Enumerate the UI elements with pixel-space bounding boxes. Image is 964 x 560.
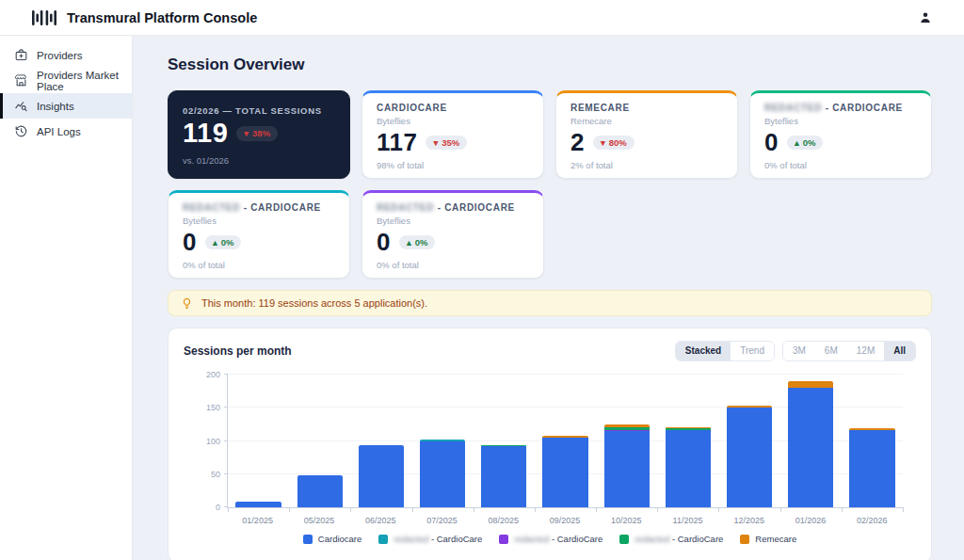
insights-icon — [14, 99, 28, 113]
sidebar-item-providers[interactable]: Providers — [0, 42, 132, 68]
stat-card-6[interactable]: redacted - CARDIOCAREByteflies0▴0%0% of … — [362, 190, 544, 279]
stacked-bar[interactable] — [542, 375, 587, 507]
sessions-chart-card: Sessions per month StackedTrend 3M6M12MA… — [168, 328, 932, 560]
view-mode-trend[interactable]: Trend — [731, 342, 774, 360]
stacked-bar[interactable] — [481, 375, 526, 507]
delta-badge: ▴0% — [399, 235, 436, 250]
card-footer-text: 2% of total — [570, 160, 723, 170]
card-title: redacted - CARDIOCARE — [183, 202, 335, 213]
range-all[interactable]: All — [884, 342, 915, 360]
view-mode-stacked[interactable]: Stacked — [676, 342, 731, 360]
card-value: 2 — [570, 129, 585, 156]
bar-segment — [481, 446, 526, 507]
card-footer-text: vs. 01/2026 — [183, 155, 335, 166]
bar-segment — [727, 408, 772, 507]
redacted-text: redacted — [635, 534, 669, 544]
stat-card-1[interactable]: 02/2026 — TOTAL SESSIONS119▾38%vs. 01/20… — [168, 90, 350, 179]
redacted-text: redacted — [394, 534, 428, 544]
delta-badge: ▾80% — [593, 136, 635, 151]
delta-badge: ▾35% — [426, 136, 467, 151]
chart-header: Sessions per month StackedTrend 3M6M12MA… — [184, 341, 916, 361]
stacked-bar[interactable] — [359, 375, 404, 507]
legend-label: Cardiocare — [318, 534, 362, 544]
lightbulb-icon — [181, 297, 193, 310]
x-axis-label: 09/2025 — [534, 516, 595, 525]
card-title: redacted - CARDIOCARE — [377, 202, 529, 213]
range-toggle: 3M6M12MAll — [782, 341, 916, 361]
card-subtitle: Byteflies — [764, 116, 917, 126]
redacted-text: redacted — [514, 534, 549, 544]
bar-column-06/2025 — [350, 375, 411, 507]
stacked-bar[interactable] — [727, 375, 772, 507]
stat-card-2[interactable]: CARDIOCAREByteflies117▾35%98% of total — [362, 90, 544, 179]
card-value: 0 — [377, 229, 391, 256]
bar-segment — [297, 475, 343, 507]
bar-column-12/2025 — [719, 375, 780, 507]
chart-controls: StackedTrend 3M6M12MAll — [675, 341, 916, 361]
bar-column-07/2025 — [412, 375, 474, 507]
stacked-bar[interactable] — [666, 375, 711, 507]
range-6m[interactable]: 6M — [815, 342, 847, 360]
legend-swatch — [740, 535, 749, 544]
x-axis-label: 02/2026 — [842, 516, 903, 525]
range-3m[interactable]: 3M — [783, 342, 815, 360]
arrow-down-icon: ▾ — [244, 129, 249, 138]
stacked-bar[interactable] — [604, 375, 650, 507]
sidebar-item-insights[interactable]: Insights — [0, 93, 132, 119]
x-axis-tick — [228, 507, 229, 512]
sidebar-item-label: API Logs — [37, 126, 81, 137]
x-axis-tick — [718, 507, 719, 512]
redacted-text: redacted — [377, 202, 434, 213]
redacted-text: redacted — [183, 202, 240, 213]
x-axis-label: 01/2025 — [227, 516, 288, 525]
delta-value: 80% — [609, 138, 627, 148]
stat-card-4[interactable]: redacted - CARDIOCAREByteflies0▴0%0% of … — [749, 90, 932, 179]
chart-plot: 050100150200 — [227, 375, 903, 508]
app-header: Transmural Platform Console — [0, 0, 964, 36]
bar-column-01/2025 — [228, 375, 289, 507]
sidebar-item-providers-market-place[interactable]: Providers Market Place — [0, 68, 132, 93]
stacked-bar[interactable] — [788, 375, 833, 507]
legend-item: redacted - CardioCare — [619, 534, 723, 544]
sidebar-item-api-logs[interactable]: API Logs — [0, 119, 132, 144]
bar-segment — [788, 381, 833, 388]
delta-value: 0% — [221, 238, 234, 248]
card-value-row: 0▴0% — [377, 229, 529, 256]
x-axis-tick — [289, 507, 290, 512]
bar-segment — [420, 441, 465, 508]
range-12m[interactable]: 12M — [847, 342, 884, 360]
legend-label: Remecare — [755, 534, 796, 544]
card-title: REMECARE — [570, 103, 723, 113]
stacked-bar[interactable] — [297, 375, 343, 507]
delta-value: 35% — [442, 138, 459, 148]
delta-badge: ▴0% — [787, 136, 824, 151]
sidebar: ProvidersProviders Market PlaceInsightsA… — [0, 36, 133, 560]
x-axis-tick — [596, 507, 597, 512]
chart-x-axis-labels: 01/202505/202506/202507/202508/202509/20… — [227, 516, 903, 525]
sidebar-item-label: Insights — [37, 101, 74, 112]
x-axis-tick — [903, 507, 904, 512]
stacked-bar[interactable] — [420, 375, 465, 507]
legend-item: Cardiocare — [303, 534, 362, 544]
delta-badge: ▾38% — [236, 126, 278, 141]
card-value-row: 0▴0% — [764, 129, 917, 156]
card-title: 02/2026 — TOTAL SESSIONS — [183, 105, 335, 116]
x-axis-label: 11/2025 — [657, 516, 718, 525]
bar-column-01/2026 — [780, 375, 842, 507]
stat-card-5[interactable]: redacted - CARDIOCAREByteflies0▴0%0% of … — [168, 190, 350, 279]
card-subtitle: Remecare — [570, 116, 723, 126]
card-subtitle: Byteflies — [377, 216, 529, 226]
user-icon[interactable] — [915, 8, 936, 28]
arrow-down-icon: ▾ — [433, 138, 438, 148]
chart-legend: Cardiocareredacted - CardioCareredacted … — [184, 534, 916, 544]
bar-segment — [849, 430, 894, 507]
card-value-row: 119▾38% — [183, 119, 335, 149]
card-value: 0 — [764, 129, 779, 156]
stacked-bar[interactable] — [235, 375, 281, 507]
x-axis-label: 08/2025 — [473, 516, 534, 525]
providers-icon — [14, 48, 28, 62]
stat-card-3[interactable]: REMECARERemecare2▾80%2% of total — [555, 90, 738, 179]
stacked-bar[interactable] — [849, 375, 894, 507]
x-axis-label: 01/2026 — [779, 516, 841, 525]
redacted-text: redacted — [764, 103, 822, 113]
